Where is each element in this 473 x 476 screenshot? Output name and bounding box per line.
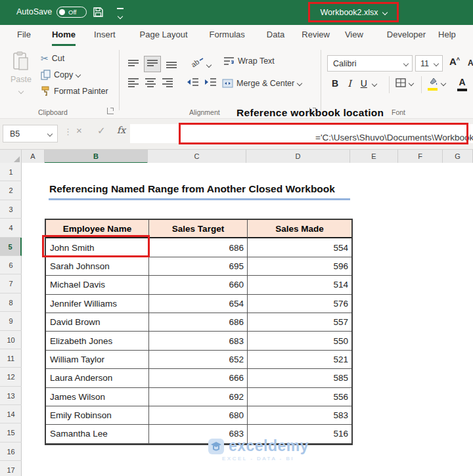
underline-button[interactable]: U	[361, 77, 377, 89]
table-cell[interactable]: 666	[149, 369, 248, 387]
fill-color-button[interactable]	[428, 76, 445, 91]
ribbon-tab-insert[interactable]: Insert	[94, 25, 116, 46]
row-header-11[interactable]: 11	[0, 349, 22, 368]
row-header-1[interactable]: 1	[0, 163, 22, 181]
shrink-font-button[interactable]: A	[468, 58, 473, 68]
autosave-toggle[interactable]: Off	[56, 7, 87, 18]
select-all-corner[interactable]	[0, 150, 22, 163]
column-header-B[interactable]: B	[45, 150, 148, 163]
column-header-F[interactable]: F	[398, 150, 443, 163]
ribbon-tab-review[interactable]: Review	[302, 25, 330, 46]
cancel-icon[interactable]: ×	[76, 125, 82, 136]
table-header-cell[interactable]: Sales Made	[248, 220, 351, 238]
save-icon[interactable]	[93, 7, 104, 20]
ribbon-tab-page-layout[interactable]: Page Layout	[140, 25, 188, 46]
format-painter-button[interactable]: Format Painter	[41, 86, 108, 96]
table-cell[interactable]: Emily Robinson	[46, 406, 149, 425]
cut-button[interactable]: ✂ Cut	[41, 53, 64, 64]
table-cell[interactable]: 686	[149, 238, 248, 257]
table-cell[interactable]: 695	[149, 257, 248, 276]
table-cell[interactable]: 521	[248, 351, 351, 369]
merge-center-button[interactable]: Merge & Center	[222, 79, 302, 88]
ribbon-tab-view[interactable]: View	[345, 25, 363, 46]
borders-button[interactable]	[395, 78, 413, 88]
name-box[interactable]: B5	[3, 125, 58, 142]
bold-button[interactable]: B	[332, 78, 338, 89]
row-header-8[interactable]: 8	[0, 293, 22, 312]
column-header-A[interactable]: A	[22, 150, 45, 163]
table-cell[interactable]: Laura Anderson	[46, 369, 149, 387]
table-cell[interactable]: 583	[248, 406, 351, 425]
table-cell[interactable]: 550	[248, 332, 351, 350]
grow-font-button[interactable]: A˄	[449, 56, 460, 67]
align-middle-button[interactable]	[144, 56, 161, 72]
row-header-12[interactable]: 12	[0, 368, 22, 386]
table-cell[interactable]: James Wilson	[46, 388, 149, 406]
table-cell[interactable]: John Smith	[46, 238, 149, 257]
ribbon-tab-home[interactable]: Home	[52, 25, 76, 46]
row-header-2[interactable]: 2	[0, 181, 22, 200]
table-cell[interactable]: 554	[248, 238, 351, 257]
row-header-15[interactable]: 15	[0, 423, 22, 442]
quick-access-toolbar-icon[interactable]	[117, 8, 124, 22]
align-bottom-icon[interactable]	[166, 59, 177, 69]
table-cell[interactable]: 680	[149, 406, 248, 425]
table-header-cell[interactable]: Employee Name	[46, 220, 149, 238]
column-header-C[interactable]: C	[148, 150, 246, 163]
paste-button[interactable]: Paste	[5, 51, 37, 106]
table-cell[interactable]: 652	[149, 351, 248, 369]
table-cell[interactable]: 654	[149, 295, 248, 313]
ribbon-tab-formulas[interactable]: Formulas	[210, 25, 245, 46]
ribbon-tab-developer[interactable]: Developer	[387, 25, 426, 46]
table-cell[interactable]: Sarah Johnson	[46, 257, 149, 276]
table-cell[interactable]: Elizabeth Jones	[46, 332, 149, 350]
ribbon-tab-help[interactable]: Help	[438, 25, 456, 46]
align-center-icon[interactable]	[145, 77, 156, 87]
table-cell[interactable]: 660	[149, 276, 248, 294]
row-header-3[interactable]: 3	[0, 200, 22, 219]
orientation-button[interactable]: ab	[191, 58, 211, 71]
copy-button[interactable]: Copy	[41, 70, 80, 80]
align-left-icon[interactable]	[127, 77, 139, 87]
column-header-G[interactable]: G	[443, 150, 473, 163]
formula-bar-handle[interactable]: ⋮	[64, 127, 72, 137]
table-cell[interactable]: 692	[149, 388, 248, 406]
enter-check-icon[interactable]: ✓	[97, 125, 106, 137]
table-cell[interactable]: 576	[248, 295, 351, 313]
sheet-title[interactable]: Referencing Named Range from Another Clo…	[49, 183, 335, 195]
font-name-select[interactable]: Calibri	[327, 55, 413, 72]
increase-indent-icon[interactable]	[204, 77, 217, 87]
align-right-icon[interactable]	[162, 77, 173, 87]
row-header-10[interactable]: 10	[0, 331, 22, 349]
table-cell[interactable]: 596	[248, 257, 351, 276]
row-header-6[interactable]: 6	[0, 256, 22, 274]
row-header-4[interactable]: 4	[0, 219, 22, 237]
row-header-5[interactable]: 5	[0, 238, 22, 256]
row-header-17[interactable]: 17	[0, 461, 22, 476]
workbook-title[interactable]: Workbook2.xlsx	[321, 8, 378, 17]
row-header-7[interactable]: 7	[0, 274, 22, 293]
table-cell[interactable]: David Brown	[46, 313, 149, 332]
column-header-E[interactable]: E	[350, 150, 398, 163]
align-top-icon[interactable]	[127, 59, 139, 69]
column-header-D[interactable]: D	[246, 150, 350, 163]
row-header-13[interactable]: 13	[0, 387, 22, 405]
ribbon-tab-file[interactable]: File	[17, 25, 31, 46]
row-header-16[interactable]: 16	[0, 443, 22, 461]
table-cell[interactable]: 557	[248, 313, 351, 332]
table-cell[interactable]: Michael Davis	[46, 276, 149, 294]
table-header-cell[interactable]: Sales Target	[149, 220, 248, 238]
table-cell[interactable]: 686	[149, 313, 248, 332]
ribbon-tab-data[interactable]: Data	[267, 25, 284, 46]
row-header-14[interactable]: 14	[0, 405, 22, 423]
table-cell[interactable]: 585	[248, 369, 351, 387]
table-cell[interactable]: Samantha Lee	[46, 425, 149, 443]
decrease-indent-icon[interactable]	[187, 77, 199, 87]
table-cell[interactable]: Jennifer Williams	[46, 295, 149, 313]
font-size-select[interactable]: 11	[415, 55, 443, 72]
italic-button[interactable]: I	[348, 78, 351, 89]
table-cell[interactable]: 556	[248, 388, 351, 406]
table-cell[interactable]: 514	[248, 276, 351, 294]
row-header-9[interactable]: 9	[0, 312, 22, 330]
clipboard-dialog-launcher[interactable]	[107, 108, 114, 114]
